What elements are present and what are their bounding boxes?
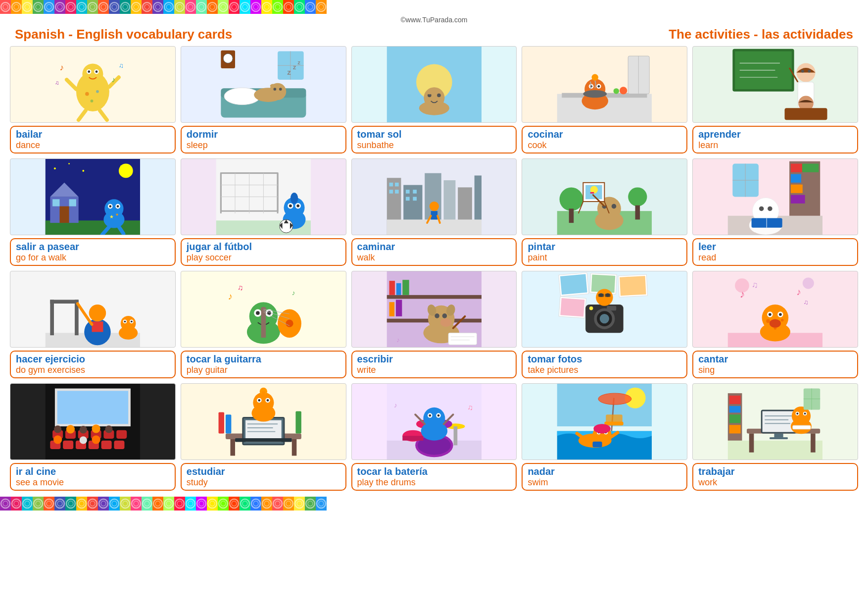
svg-point-439 <box>12 499 21 508</box>
svg-point-28 <box>153 2 162 11</box>
card-spanish-text: ir al cine <box>16 466 170 477</box>
svg-text:♪: ♪ <box>59 62 64 72</box>
svg-point-488 <box>275 501 280 506</box>
card-english-text: sing <box>698 365 852 375</box>
card-image-sleep: z z z <box>181 46 346 123</box>
card-label-gym: hacer ejerciciodo gym exercises <box>10 351 176 378</box>
svg-point-246 <box>124 320 126 322</box>
svg-rect-225 <box>802 164 819 172</box>
bottom-bar-segment <box>196 497 207 511</box>
svg-rect-290 <box>560 274 587 295</box>
svg-rect-195 <box>431 211 437 219</box>
svg-rect-416 <box>729 425 741 433</box>
svg-rect-186 <box>413 190 417 194</box>
card-label-learn: aprenderlearn <box>692 126 858 154</box>
top-bar-segment <box>76 0 87 14</box>
svg-rect-193 <box>386 219 481 235</box>
card-learn: aprenderlearn <box>692 46 858 154</box>
svg-point-30 <box>164 2 173 11</box>
card-english-text: go for a walk <box>16 253 170 263</box>
top-bar-segment <box>229 0 240 14</box>
top-bar-segment <box>185 0 196 14</box>
svg-point-55 <box>297 4 302 9</box>
bottom-bar-segment <box>207 497 218 511</box>
top-bar-segment <box>131 0 142 14</box>
card-image-read <box>692 158 858 235</box>
svg-point-37 <box>199 4 204 9</box>
svg-point-385 <box>429 414 431 417</box>
svg-point-19 <box>101 4 106 9</box>
svg-point-27 <box>145 4 149 9</box>
bottom-bar-segment <box>0 497 11 511</box>
svg-rect-274 <box>389 302 394 316</box>
bottom-bar-segment <box>163 497 174 511</box>
svg-text:♫: ♫ <box>238 283 243 292</box>
svg-point-468 <box>166 501 171 506</box>
top-bar-segment <box>272 0 283 14</box>
svg-point-495 <box>317 499 326 508</box>
card-spanish-text: bailar <box>16 129 170 140</box>
svg-rect-144 <box>52 199 59 206</box>
card-label-sleep: dormirsleep <box>181 126 346 154</box>
bottom-bar-segment <box>174 497 185 511</box>
svg-rect-132 <box>785 108 827 120</box>
svg-point-11 <box>57 4 62 9</box>
bottom-bar-segment <box>109 497 120 511</box>
svg-point-406 <box>594 424 611 433</box>
card-label-cinema: ir al cinesee a movie <box>10 463 176 491</box>
top-bar-segment <box>65 0 76 14</box>
card-english-text: do gym exercises <box>16 365 170 375</box>
card-soccer: jugar al fútbolplay soccer <box>181 158 346 266</box>
svg-point-366 <box>258 399 260 402</box>
svg-point-320 <box>781 319 784 322</box>
card-spanish-text: leer <box>698 241 852 253</box>
card-gym: hacer ejerciciodo gym exercises <box>10 271 176 378</box>
svg-rect-423 <box>770 437 788 439</box>
top-bar-segment <box>294 0 305 14</box>
card-label-photos: tomar fotostake pictures <box>522 351 687 378</box>
svg-point-44 <box>241 2 249 11</box>
svg-point-200 <box>560 187 583 211</box>
card-walk1: ★ ★ salir a paseargo for a walk <box>10 158 176 266</box>
svg-point-448 <box>57 501 62 506</box>
svg-point-484 <box>253 501 258 506</box>
svg-text:★: ★ <box>109 214 114 219</box>
svg-point-118 <box>620 87 627 94</box>
svg-point-442 <box>25 501 30 506</box>
svg-point-456 <box>101 501 106 506</box>
svg-rect-180 <box>389 183 393 187</box>
svg-rect-272 <box>396 283 401 295</box>
card-sunbathe: tomar solsunbathe <box>351 46 517 154</box>
svg-rect-271 <box>389 281 394 295</box>
svg-point-483 <box>251 499 260 508</box>
svg-point-21 <box>112 4 117 9</box>
svg-point-464 <box>145 501 149 506</box>
svg-point-474 <box>199 501 204 506</box>
top-bar-segment <box>87 0 98 14</box>
card-label-guitar: tocar la guitarraplay guitar <box>181 351 346 378</box>
top-bar-segment <box>22 0 33 14</box>
svg-rect-183 <box>395 190 399 194</box>
svg-rect-398 <box>606 414 623 424</box>
svg-point-33 <box>177 4 182 9</box>
svg-point-117 <box>583 90 607 98</box>
bottom-bar-segment <box>272 497 283 511</box>
card-spanish-text: tomar sol <box>357 129 511 140</box>
header-row: Spanish - English vocabulary cards The a… <box>0 25 868 46</box>
bottom-bar-segment <box>44 497 54 511</box>
svg-rect-378 <box>453 426 457 445</box>
bottom-bar-segment <box>305 497 316 511</box>
svg-text:♫: ♫ <box>467 403 473 411</box>
svg-point-445 <box>45 499 53 508</box>
svg-text:♪: ♪ <box>396 336 399 344</box>
svg-point-486 <box>264 501 269 506</box>
svg-rect-182 <box>389 190 393 194</box>
card-guitar: ♪ ♫ ♪ tocar la guitarraplay guitar <box>181 271 346 378</box>
card-sleep: z z z dormirsleep <box>181 46 346 154</box>
svg-point-230 <box>759 206 764 211</box>
card-image-paint <box>522 158 687 235</box>
svg-point-447 <box>55 499 64 508</box>
card-read: leerread <box>692 158 858 266</box>
svg-point-0 <box>1 2 10 11</box>
cards-grid: ♪ ♫ ♪ ♫ bailardance <box>0 46 868 497</box>
